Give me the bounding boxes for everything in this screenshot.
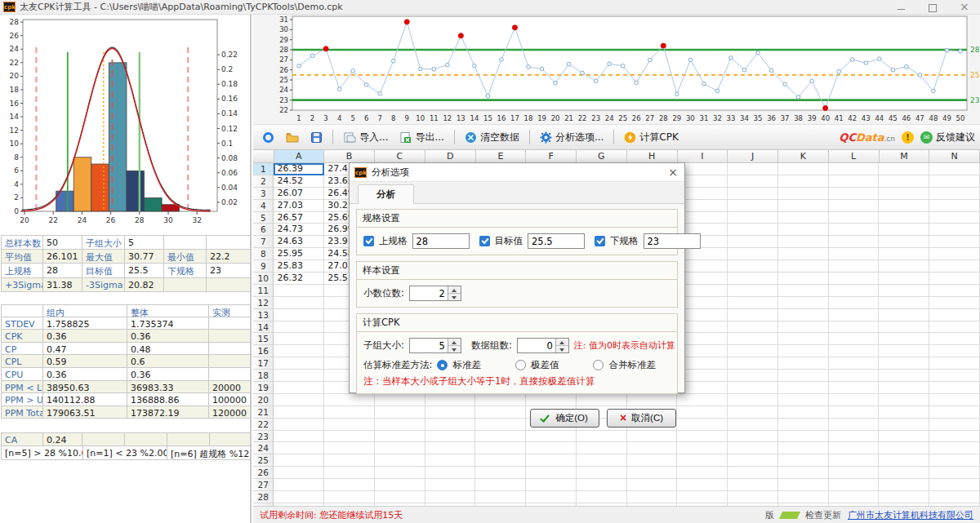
grid-cell[interactable] [728, 370, 778, 382]
grid-row-header[interactable]: 13 [253, 309, 274, 321]
grid-cell[interactable] [929, 345, 980, 357]
grid-cell[interactable] [879, 273, 929, 285]
target-checkbox[interactable] [479, 236, 490, 246]
grid-cell[interactable] [728, 345, 778, 357]
grid-cell[interactable] [778, 297, 829, 309]
grid-cell[interactable] [879, 419, 929, 431]
grid-cell[interactable] [778, 431, 829, 443]
grid-cell[interactable] [829, 188, 880, 200]
grid-cell[interactable] [475, 491, 526, 503]
grid-cell[interactable] [879, 236, 929, 248]
grid-cell[interactable] [728, 236, 778, 248]
grid-cell[interactable] [829, 285, 880, 297]
grid-row-header[interactable]: 20 [253, 394, 274, 406]
grid-cell[interactable] [879, 394, 929, 406]
grid-cell[interactable] [778, 333, 829, 345]
grid-row-header[interactable]: 18 [253, 370, 274, 382]
grid-cell[interactable] [829, 236, 880, 248]
grid-cell[interactable] [274, 345, 324, 357]
grid-cell[interactable] [929, 285, 980, 297]
grid-cell[interactable] [274, 442, 324, 454]
grid-cell[interactable] [829, 309, 880, 321]
grid-cell[interactable] [274, 419, 324, 431]
grid-corner[interactable] [253, 150, 274, 163]
grid-cell[interactable] [778, 163, 829, 175]
grid-cell[interactable] [324, 491, 375, 503]
grid-cell[interactable] [778, 188, 829, 200]
grid-cell[interactable] [879, 467, 929, 479]
grid-cell[interactable] [879, 357, 929, 370]
grid-cell[interactable] [728, 273, 778, 285]
grid-cell[interactable] [929, 212, 980, 224]
grid-cell[interactable] [879, 260, 929, 273]
grid-cell[interactable] [425, 442, 476, 454]
grid-cell[interactable] [375, 467, 425, 479]
grid-cell[interactable] [375, 479, 425, 491]
save-button[interactable] [306, 129, 327, 146]
export-button[interactable]: 导出... [395, 128, 448, 147]
grid-cell[interactable] [728, 442, 778, 454]
stepper-up-icon[interactable] [448, 286, 461, 294]
stepper-up-icon[interactable] [448, 339, 461, 346]
grid-cell[interactable] [627, 467, 678, 479]
grid-row-header[interactable]: 23 [253, 431, 274, 443]
grid-row-header[interactable]: 4 [253, 200, 274, 212]
grid-column-header[interactable]: E [476, 150, 527, 163]
grid-cell[interactable]: 26.57 [274, 212, 324, 224]
grid-column-header[interactable]: B [324, 150, 375, 163]
grid-cell[interactable] [375, 454, 425, 467]
grid-cell[interactable] [929, 357, 980, 370]
grid-cell[interactable] [829, 419, 880, 431]
grid-cell[interactable] [829, 406, 880, 419]
grid-cell[interactable] [274, 357, 324, 370]
grid-row-header[interactable]: 11 [253, 285, 274, 297]
grid-row-header[interactable]: 7 [253, 236, 274, 248]
grid-cell[interactable] [728, 188, 778, 200]
grid-cell[interactable] [778, 321, 829, 334]
grid-cell[interactable] [274, 321, 324, 334]
subgroup-size-stepper[interactable] [409, 338, 461, 353]
grid-cell[interactable] [728, 285, 778, 297]
grid-cell[interactable] [829, 442, 880, 454]
grid-cell[interactable] [728, 333, 778, 345]
grid-cell[interactable] [728, 248, 778, 260]
grid-cell[interactable] [929, 321, 980, 334]
grid-cell[interactable] [778, 491, 829, 503]
grid-cell[interactable] [879, 479, 929, 491]
grid-cell[interactable] [728, 406, 778, 419]
grid-cell[interactable] [526, 491, 577, 503]
grid-cell[interactable] [677, 431, 728, 443]
grid-column-header[interactable]: J [728, 150, 778, 163]
grid-row-header[interactable]: 26 [253, 467, 274, 479]
grid-cell[interactable] [929, 236, 980, 248]
grid-cell[interactable] [879, 212, 929, 224]
grid-cell[interactable] [829, 357, 880, 370]
grid-cell[interactable] [879, 491, 929, 503]
grid-cell[interactable] [929, 479, 980, 491]
grid-cell[interactable] [778, 212, 829, 224]
grid-column-header[interactable]: L [829, 150, 880, 163]
grid-cell[interactable] [526, 467, 577, 479]
group-count-input[interactable] [518, 339, 555, 352]
grid-cell[interactable] [274, 309, 324, 321]
grid-cell[interactable] [274, 297, 324, 309]
grid-cell[interactable] [778, 200, 829, 212]
grid-cell[interactable] [829, 382, 880, 394]
grid-row-header[interactable]: 9 [253, 260, 274, 273]
grid-cell[interactable] [728, 394, 778, 406]
grid-cell[interactable] [728, 479, 778, 491]
grid-cell[interactable] [778, 285, 829, 297]
grid-cell[interactable] [829, 175, 880, 188]
grid-cell[interactable] [627, 479, 678, 491]
grid-cell[interactable] [929, 442, 980, 454]
grid-cell[interactable] [728, 212, 778, 224]
grid-cell[interactable] [879, 248, 929, 260]
grid-cell[interactable] [577, 491, 627, 503]
grid-cell[interactable] [274, 467, 324, 479]
grid-cell[interactable] [526, 442, 577, 454]
grid-cell[interactable] [526, 479, 577, 491]
grid-cell[interactable] [879, 370, 929, 382]
ok-button[interactable]: 确定(O) [530, 409, 599, 428]
minimize-button[interactable] [897, 2, 906, 12]
grid-cell[interactable] [627, 454, 678, 467]
